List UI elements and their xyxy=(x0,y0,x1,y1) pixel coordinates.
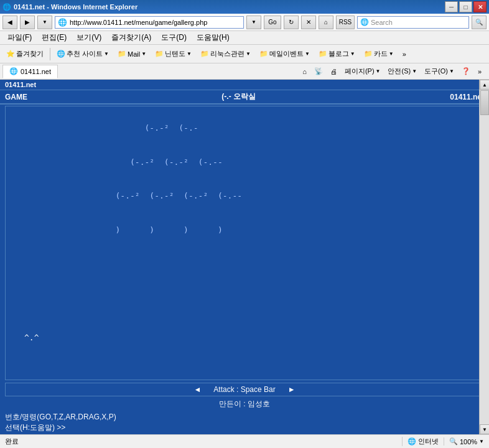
home-icon: ⌂ xyxy=(302,68,307,75)
player-character: ^.^ xyxy=(24,333,39,342)
game-controls: ◄ Attack : Space Bar ► xyxy=(5,383,484,396)
back-button[interactable]: ◀ xyxy=(2,16,17,29)
menu-view[interactable]: 보기(V) xyxy=(72,31,106,44)
title-bar: 🌐 01411.net - Windows Internet Explorer … xyxy=(0,0,489,14)
menu-help[interactable]: 도움말(H) xyxy=(192,31,235,44)
tab-bar-right: ⌂ 📡 🖨 페이지(P) ▼ 안전(S) ▼ 도구(O) ▼ ❓ xyxy=(58,66,487,77)
folder-icon-6: 📁 xyxy=(364,50,373,58)
maximize-button[interactable]: □ xyxy=(459,1,472,12)
menu-bar: 파일(F) 편집(E) 보기(V) 즐겨찾기(A) 도구(D) 도움말(H) xyxy=(0,31,489,45)
dropdown-icon-2: ▼ xyxy=(141,51,146,57)
tab-safety-btn[interactable]: 안전(S) ▼ xyxy=(385,66,419,77)
mail-btn[interactable]: 📁 Mail ▼ xyxy=(114,47,150,62)
folder-icon: 📁 xyxy=(118,50,126,58)
made-by-row: 만든이 : 임성호 xyxy=(0,398,489,411)
right-arrow-btn[interactable]: ► xyxy=(288,385,296,394)
scroll-track[interactable] xyxy=(480,90,489,424)
tab-bar: 🌐 01411.net ⌂ 📡 🖨 페이지(P) ▼ 안전(S) ▼ 도구(O) xyxy=(0,63,489,80)
menu-file[interactable]: 파일(F) xyxy=(2,31,37,44)
ie-icon: 🌐 xyxy=(57,50,65,58)
dropdown-icon-6: ▼ xyxy=(350,51,355,57)
ascii-line-4: ) ) ) ) xyxy=(77,225,223,235)
tab-tools-btn[interactable]: 도구(O) ▼ xyxy=(422,66,457,77)
site-label: 01411.net xyxy=(5,81,36,88)
left-arrow-btn[interactable]: ◄ xyxy=(193,385,201,394)
input-line-2[interactable]: 선택(H:도움말) >> xyxy=(5,422,484,433)
safety-dropdown-icon: ▼ xyxy=(412,68,417,74)
tab-more-btn[interactable]: » xyxy=(475,67,484,76)
window-title: 01411.net - Windows Internet Explorer xyxy=(14,3,137,11)
tab-help-btn[interactable]: ❓ xyxy=(459,67,473,76)
tab-print-btn[interactable]: 🖨 xyxy=(328,67,340,76)
dropdown-icon-4: ▼ xyxy=(246,51,251,57)
favorites-toolbar-btn[interactable]: ⭐ 즐겨찾기 xyxy=(2,47,47,62)
made-by-label: 만든이 : 임성호 xyxy=(219,399,270,408)
tab-label: 01411.net xyxy=(21,68,51,75)
game-header: GAME (-.- 오락실 01411.net xyxy=(0,90,489,105)
status-right: 🌐 인터넷 🔍 100% ▼ xyxy=(402,437,484,446)
dropdown-button[interactable]: ▼ xyxy=(37,16,52,29)
stop-button[interactable]: ✕ xyxy=(301,16,316,29)
game-area[interactable]: (-.-² (-.- (-.-² (-.-² (-.-- (-.-² (-.-²… xyxy=(5,106,484,380)
attack-label: Attack : Space Bar xyxy=(213,385,275,394)
zoom-icon: 🔍 xyxy=(449,437,458,446)
address-bar: ◀ ▶ ▼ 🌐 http://www.01411.net/menu/game/g… xyxy=(0,14,489,31)
more-toolbar-btn[interactable]: » xyxy=(399,47,410,62)
blog-btn[interactable]: 📁 블로그 ▼ xyxy=(315,47,359,62)
zoom-section[interactable]: 🔍 100% ▼ xyxy=(444,437,484,446)
minimize-button[interactable]: ─ xyxy=(445,1,458,12)
toolbar: ⭐ 즐겨찾기 🌐 추천 사이트 ▼ 📁 Mail ▼ 📁 닌텐도 ▼ 📁 리눅스… xyxy=(0,45,489,63)
linux-btn[interactable]: 📁 리눅스관련 ▼ xyxy=(197,47,254,62)
address-dropdown[interactable]: ▼ xyxy=(246,16,261,29)
rss-icon: 📡 xyxy=(314,67,323,75)
page-dropdown-icon: ▼ xyxy=(376,68,381,74)
folder-icon-3: 📁 xyxy=(200,50,209,58)
dropdown-icon-7: ▼ xyxy=(389,51,394,57)
mail-events-btn[interactable]: 📁 메일이벤트 ▼ xyxy=(256,47,314,62)
menu-edit[interactable]: 편집(E) xyxy=(37,31,72,44)
ascii-line-2: (-.-² (-.-² (-.-- xyxy=(77,157,223,167)
menu-tools[interactable]: 도구(D) xyxy=(156,31,192,44)
address-icon: 🌐 xyxy=(58,18,67,27)
input-line-1: 번호/명령(GO,T,Z,AR,DRAG,X,P) xyxy=(5,412,484,422)
status-bar: 완료 🌐 인터넷 🔍 100% ▼ xyxy=(0,434,489,448)
forward-button[interactable]: ▶ xyxy=(20,16,35,29)
card-btn[interactable]: 📁 카드 ▼ xyxy=(360,47,398,62)
scroll-down-button[interactable]: ▼ xyxy=(480,424,489,434)
close-button[interactable]: ✕ xyxy=(473,1,487,12)
folder-icon-4: 📁 xyxy=(259,50,268,58)
print-icon: 🖨 xyxy=(330,68,337,75)
dropdown-icon-5: ▼ xyxy=(305,51,310,57)
folder-icon-5: 📁 xyxy=(319,50,327,58)
menu-favorites[interactable]: 즐겨찾기(A) xyxy=(106,31,156,44)
ascii-line-1: (-.-² (-.- xyxy=(77,123,198,133)
tab-01411[interactable]: 🌐 01411.net xyxy=(2,65,58,78)
controls-row: ◄ Attack : Space Bar ► xyxy=(11,385,478,394)
dropdown-icon-3: ▼ xyxy=(187,51,192,57)
home-button[interactable]: ⌂ xyxy=(319,16,333,29)
game-center-title: (-.- 오락실 xyxy=(221,91,256,102)
dropdown-icon: ▼ xyxy=(104,51,109,57)
tools-dropdown-icon: ▼ xyxy=(449,68,454,74)
address-field[interactable]: 🌐 http://www.01411.net/menu/game/gallerg… xyxy=(55,16,244,29)
star-icon: ⭐ xyxy=(6,50,15,58)
search-icon: 🌐 xyxy=(360,18,369,26)
scrollbar[interactable]: ▲ ▼ xyxy=(479,80,489,434)
refresh-button[interactable]: ↻ xyxy=(284,16,299,29)
zoom-label: 100% xyxy=(460,438,477,446)
search-button[interactable]: 🔍 xyxy=(472,16,487,29)
ie-icon: 🌐 xyxy=(408,437,416,446)
search-placeholder: Search xyxy=(371,19,393,26)
rss-button[interactable]: RSS xyxy=(336,16,355,29)
tab-home-btn[interactable]: ⌂ xyxy=(300,67,309,76)
title-bar-icon: 🌐 xyxy=(2,3,11,11)
scroll-thumb[interactable] xyxy=(480,90,489,115)
tab-rss-btn[interactable]: 📡 xyxy=(312,67,325,76)
nintendo-btn[interactable]: 📁 닌텐도 ▼ xyxy=(151,47,195,62)
recommend-btn[interactable]: 🌐 추천 사이트 ▼ xyxy=(53,47,113,62)
search-box[interactable]: 🌐 Search xyxy=(357,16,469,29)
scroll-up-button[interactable]: ▲ xyxy=(480,80,489,90)
tab-page-btn[interactable]: 페이지(P) ▼ xyxy=(342,66,383,77)
go-button[interactable]: Go xyxy=(264,16,281,29)
ie-status-icon: 🌐 인터넷 xyxy=(402,437,439,446)
